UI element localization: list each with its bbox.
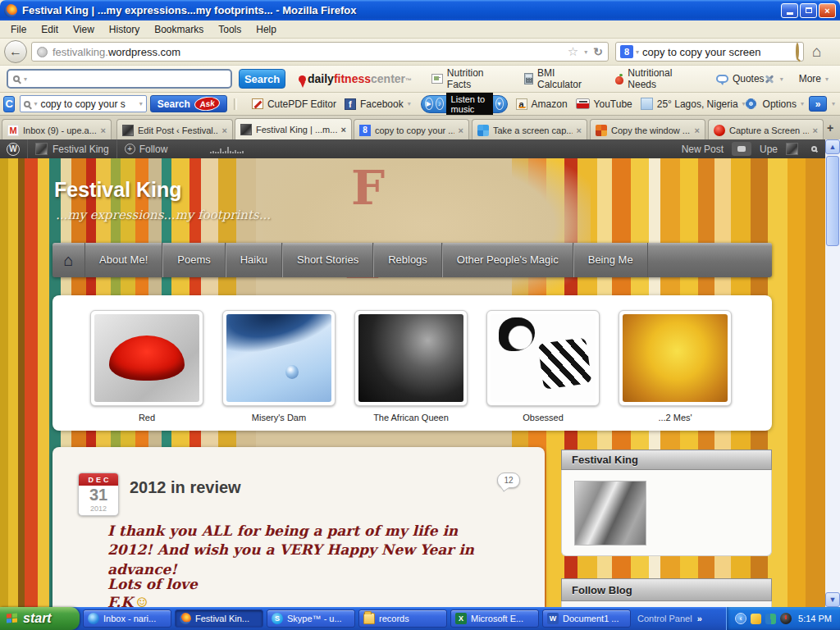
taskbar-item-inbox[interactable]: Inbox - nari...	[83, 609, 171, 628]
ask-search-input[interactable]: ▾ copy to copy your s ▾	[20, 95, 146, 112]
menu-bookmarks[interactable]: Bookmarks	[147, 21, 211, 38]
bookmark-star-icon[interactable]: ☆	[568, 44, 578, 59]
browser-search-bar[interactable]: 8 ▾ copy to copy your screen	[615, 42, 804, 62]
tab-google-search[interactable]: 8 copy to copy your ... ×	[354, 119, 469, 140]
tray-clock-icon[interactable]	[780, 613, 792, 624]
menu-help[interactable]: Help	[249, 21, 284, 38]
tab-festival-king[interactable]: Festival King | ...m... ×	[235, 118, 352, 140]
user-avatar[interactable]	[786, 143, 798, 155]
nav-reblogs[interactable]: Reblogs	[373, 243, 442, 277]
google-engine-icon[interactable]: 8	[620, 45, 633, 58]
post-title[interactable]: 2012 in review	[130, 478, 241, 497]
taskbar-item-festival-king[interactable]: Festival Kin...	[175, 609, 263, 628]
taskbar-item-skype[interactable]: S Skype™ - u...	[267, 609, 355, 628]
music-player-widget[interactable]: ▶ ♪ Listen to music ▾	[421, 95, 508, 113]
nav-home-button[interactable]: ⌂	[52, 243, 85, 277]
fitness-search-button[interactable]: Search	[239, 69, 285, 89]
nav-poems[interactable]: Poems	[162, 243, 225, 277]
tab-screen-capture[interactable]: Take a screen cap... ×	[472, 119, 587, 140]
featured-thumb-miserys-dam[interactable]	[222, 310, 336, 406]
cutepdf-button[interactable]: CutePDF Editor	[252, 98, 336, 110]
wordpress-logo-icon[interactable]: W	[7, 143, 20, 156]
author-photo[interactable]	[574, 481, 646, 546]
featured-caption[interactable]: Red	[90, 413, 203, 422]
featured-caption[interactable]: Obsessed	[486, 413, 600, 422]
play-icon[interactable]: ▶	[425, 98, 433, 110]
gear-icon[interactable]	[746, 98, 756, 109]
comment-count-bubble[interactable]: 12	[497, 472, 520, 488]
nav-other-peoples-magic[interactable]: Other People's Magic	[442, 243, 573, 277]
fitness-search-input[interactable]: ▾	[7, 69, 232, 89]
tab-close-icon[interactable]: ×	[341, 125, 346, 135]
options-button[interactable]: Options ▾	[763, 98, 804, 110]
toolbar-settings-icon[interactable]	[765, 73, 776, 84]
amazon-button[interactable]: a Amazon	[516, 98, 568, 110]
notifications-icon[interactable]	[732, 142, 751, 156]
toolbar-overflow-button[interactable]: »	[809, 96, 827, 112]
featured-caption[interactable]: The African Queen	[354, 413, 468, 422]
follow-button[interactable]: Follow	[139, 144, 168, 155]
chevron-down-icon[interactable]: ▾	[780, 75, 783, 83]
tab-inbox[interactable]: M Inbox (9) - upe.a... ×	[2, 119, 112, 140]
taskbar-item-excel[interactable]: X Microsoft E...	[450, 609, 539, 628]
tab-copy-window[interactable]: Copy the window ... ×	[590, 119, 705, 140]
scrollbar-thumb[interactable]	[826, 156, 839, 246]
nav-about-me[interactable]: About Me!	[85, 243, 162, 277]
featured-caption[interactable]: ...2 Mes'	[619, 413, 732, 422]
engine-dropdown-icon[interactable]: ▾	[636, 48, 639, 56]
vertical-scrollbar[interactable]: ▲ ▼	[825, 139, 840, 607]
tray-messenger-icon[interactable]	[751, 614, 761, 624]
tab-close-icon[interactable]: ×	[813, 126, 818, 135]
facebook-button[interactable]: f Facebook ▾	[345, 98, 411, 110]
taskbar-item-control-panel[interactable]: Control Panel	[637, 614, 692, 623]
url-bar[interactable]: festivalking.wordpress.com ☆ ▾ ↻	[31, 42, 609, 62]
featured-thumb-2-mes[interactable]	[619, 310, 732, 406]
taskbar-overflow-icon[interactable]: »	[697, 614, 702, 623]
nav-being-me[interactable]: Being Me	[573, 243, 648, 277]
history-dropdown-icon[interactable]: ▾	[139, 100, 143, 107]
volume-icon[interactable]: ♪	[436, 98, 444, 110]
close-button[interactable]: ×	[819, 3, 836, 18]
admin-search-icon[interactable]	[811, 146, 817, 152]
nutritional-needs-button[interactable]: Nutritional Needs	[615, 67, 696, 90]
back-button[interactable]: ←	[4, 40, 27, 63]
blog-title[interactable]: Festival King	[54, 178, 182, 202]
youtube-button[interactable]: YouTube	[576, 98, 632, 110]
chevron-down-icon[interactable]: ▾	[832, 100, 835, 107]
tray-security-icon[interactable]	[765, 614, 776, 624]
tab-edit-post[interactable]: Edit Post ‹ Festival... ×	[116, 119, 233, 140]
tab-close-icon[interactable]: ×	[695, 126, 700, 135]
home-button[interactable]: ⌂	[812, 43, 821, 61]
menu-tools[interactable]: Tools	[211, 21, 249, 38]
taskbar-item-word[interactable]: W Document1 ...	[542, 609, 631, 628]
nutrition-facts-button[interactable]: Nutrition Facts	[431, 67, 504, 90]
search-go-icon[interactable]	[796, 43, 799, 60]
dailyfitnesscenter-logo[interactable]: dailyfitnesscenter™	[299, 72, 412, 85]
new-post-button[interactable]: New Post	[682, 144, 724, 155]
featured-thumb-obsessed[interactable]	[486, 310, 600, 406]
menu-file[interactable]: File	[3, 21, 34, 38]
url-dropdown-icon[interactable]: ▾	[584, 48, 587, 56]
tab-capture-screen[interactable]: Capture a Screen ... ×	[708, 119, 824, 140]
start-button[interactable]: start	[0, 607, 80, 630]
stats-sparkline[interactable]	[210, 145, 244, 153]
user-name[interactable]: Upe	[760, 144, 778, 155]
new-tab-button[interactable]: +	[824, 121, 837, 135]
menu-history[interactable]: History	[102, 21, 147, 38]
featured-caption[interactable]: Misery's Dam	[222, 413, 336, 422]
tab-close-icon[interactable]: ×	[222, 126, 227, 135]
quotes-button[interactable]: Quotes	[716, 73, 765, 84]
taskbar-item-records[interactable]: records	[358, 609, 447, 628]
more-button[interactable]: More ▾	[799, 73, 829, 84]
tab-close-icon[interactable]: ×	[459, 126, 463, 135]
featured-thumb-red[interactable]	[90, 310, 203, 406]
tray-collapse-icon[interactable]: ‹	[735, 613, 746, 624]
listen-to-music-label[interactable]: Listen to music	[446, 93, 493, 116]
music-dropdown-icon[interactable]: ▾	[495, 98, 504, 110]
scroll-down-icon[interactable]: ▼	[825, 592, 840, 607]
minimize-button[interactable]	[781, 3, 798, 18]
menu-edit[interactable]: Edit	[34, 21, 66, 38]
nav-haiku[interactable]: Haiku	[226, 243, 282, 277]
ask-search-button[interactable]: Search Ask	[150, 95, 227, 112]
weather-button[interactable]: 25° Lagos, Nigeria ▾	[641, 98, 746, 110]
